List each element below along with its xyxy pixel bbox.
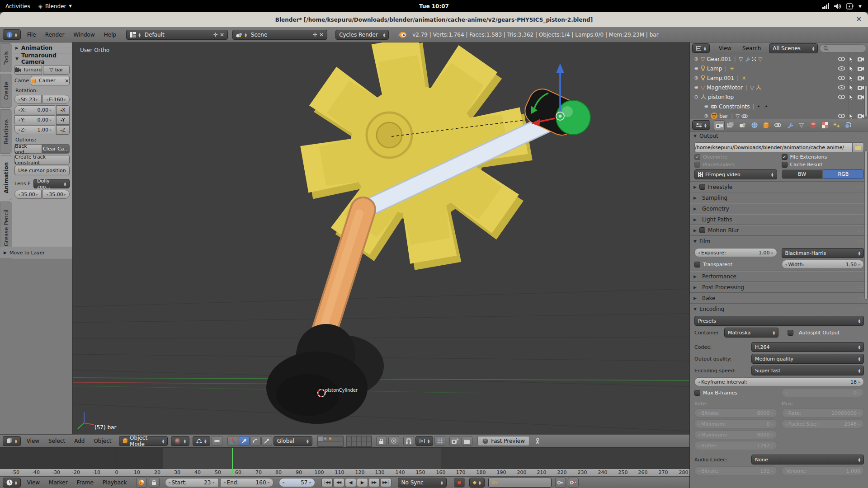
menu-item[interactable]: Playback — [98, 479, 132, 486]
panel-drag-dots[interactable]: :::: — [61, 250, 69, 255]
keyframe-interval-field[interactable]: ◂Keyframe interval:18▸ — [694, 377, 864, 386]
selectability-cursor-icon[interactable] — [849, 56, 854, 62]
color-rgb-toggle[interactable]: RGB — [823, 169, 864, 179]
bar-object-button[interactable]: ▽ bar — [43, 65, 70, 75]
snap-element-selector[interactable]: ▲▼ — [415, 436, 434, 446]
playhead[interactable] — [232, 448, 233, 469]
axis-z-field[interactable]: ◂Z:1.00▸ — [14, 125, 55, 134]
tool-shelf-tab[interactable]: Grease Pencil — [0, 202, 12, 254]
menu-item[interactable]: Frame — [72, 479, 98, 486]
jump-to-end-button[interactable]: ▶▶⏐ — [380, 478, 392, 487]
tab-world[interactable] — [749, 120, 760, 130]
outliner-row-lamp[interactable]: ⊕ Lamp| ☀ — [690, 64, 868, 73]
properties-scrollbar[interactable] — [864, 150, 868, 300]
panel-turnaround-header[interactable]: ▼ Turnaround Camera — [12, 53, 72, 64]
render-engine-selector[interactable]: Cycles Render ▲▼ — [335, 30, 389, 40]
current-frame-field[interactable]: ◂57▸ — [279, 478, 315, 487]
max-b-frames-checkbox[interactable] — [694, 390, 700, 396]
menu-item[interactable]: File — [23, 32, 41, 38]
manipulator-scale-toggle[interactable] — [261, 436, 272, 446]
tab-particles[interactable] — [831, 120, 842, 130]
play-button[interactable]: ▶ — [357, 478, 368, 487]
transparent-checkbox[interactable] — [694, 262, 700, 267]
lock-frame-toggle[interactable] — [149, 478, 160, 488]
axis-x-field[interactable]: ◂X:0.00▸ — [14, 105, 55, 114]
renderability-camera-icon[interactable] — [858, 85, 864, 90]
editor-type-button[interactable]: ▲▼ — [3, 436, 21, 446]
visibility-eye-icon[interactable] — [838, 57, 845, 61]
scene-selector[interactable]: ▲▼ Scene ✛ ✕ — [232, 30, 327, 40]
selectability-cursor-icon[interactable] — [849, 85, 854, 90]
green-ball-object[interactable] — [556, 100, 590, 135]
lens-value-2-field[interactable]: ◂35.00▸ — [42, 190, 70, 199]
exposure-field[interactable]: ◂Exposure:1.00▸ — [694, 248, 777, 257]
manipulator-translate-toggle[interactable] — [239, 436, 250, 446]
menu-item[interactable]: View — [23, 479, 44, 486]
pixel-filter-selector[interactable]: Blackman-Harris▲▼ — [782, 248, 864, 258]
add-scene-icon[interactable]: ✛ — [313, 32, 317, 38]
visibility-eye-icon[interactable] — [838, 85, 845, 89]
opengl-render-anim-button[interactable] — [462, 436, 472, 446]
tab-render-layers[interactable] — [726, 120, 736, 130]
audio-bitrate-field[interactable]: ◂Bitrate:192▸ — [694, 466, 777, 475]
file-extensions-checkbox[interactable]: ✓ — [782, 154, 788, 160]
editor-type-button[interactable]: i ▲▼ — [3, 29, 21, 40]
snap-toggle[interactable] — [403, 436, 414, 446]
mux-rate-field[interactable]: ◂Rate:10080000▸ — [782, 408, 864, 418]
mode-selector[interactable]: Object Mode ▲▼ — [119, 436, 168, 446]
tool-shelf-tab[interactable]: Relations — [0, 109, 12, 154]
placeholders-checkbox[interactable] — [694, 162, 700, 168]
panel-output-header[interactable]: ▼Output:::: — [690, 131, 868, 141]
viewport-3d[interactable]: User Ortho pistonCylinder (57) bar — [72, 42, 689, 434]
insert-keyframe-button[interactable] — [555, 478, 566, 488]
file-format-selector[interactable]: FFmpeg video ▲▼ — [694, 169, 777, 179]
renderability-camera-icon[interactable] — [858, 56, 864, 61]
move-to-layer-panel[interactable]: ▶ Move to Layer :::: — [0, 247, 72, 258]
start-frame-field[interactable]: ◂St: 23▸ — [14, 95, 42, 104]
delete-keyframe-button[interactable] — [568, 478, 579, 488]
color-bw-toggle[interactable]: BW — [782, 169, 823, 179]
menu-item[interactable]: View — [22, 438, 44, 444]
lens-value-1-field[interactable]: ◂35.00▸ — [14, 190, 42, 199]
fast-preview-button[interactable]: Fast Preview — [477, 436, 530, 446]
jump-to-start-button[interactable]: ⏐◀◀ — [321, 478, 333, 487]
tab-modifiers[interactable] — [784, 120, 795, 130]
clear-camera-button[interactable]: Clear Ca... — [42, 144, 70, 154]
container-selector[interactable]: Matroska▲▼ — [724, 328, 778, 338]
end-frame-field[interactable]: ◂End: 160▸ — [220, 478, 274, 487]
collapsed-panel-header[interactable]: ▶Bake:::: — [690, 292, 868, 303]
outliner-row-lamp001[interactable]: ⊕ Lamp.001| ☀ — [690, 73, 868, 83]
screen-layout-selector[interactable]: ▲▼ Default ✛ ✕ — [126, 30, 228, 40]
outliner-search-menu[interactable]: Search — [738, 45, 765, 52]
menu-item[interactable]: Help — [99, 32, 121, 38]
filter-width-field[interactable]: ◂Width:1.50▸ — [782, 260, 864, 269]
delete-layout-icon[interactable]: ✕ — [220, 32, 224, 38]
selectability-cursor-icon[interactable] — [849, 66, 854, 71]
menu-item[interactable]: Select — [44, 438, 70, 444]
expand-icon[interactable]: ⊕ — [693, 56, 699, 62]
volume-field[interactable]: Volume:1.000 — [782, 466, 864, 475]
outliner-row-constraints[interactable]: ⊕ Constraints| • • — [690, 102, 868, 111]
tool-shelf-tab[interactable]: Tools — [0, 43, 12, 72]
viewport-shading-selector[interactable]: ▲▼ — [171, 436, 189, 446]
editor-type-button[interactable]: ▲▼ — [692, 43, 710, 53]
collapsed-panel-header[interactable]: ▶Post Processing:::: — [690, 282, 868, 292]
stereo-view-toggle[interactable] — [532, 436, 543, 446]
encoding-speed-selector[interactable]: Super fast▲▼ — [751, 366, 864, 375]
preview-range-toggle[interactable] — [136, 478, 147, 488]
collapsed-panel-header[interactable]: ▶Sampling:::: — [690, 192, 868, 203]
panel-encoding-header[interactable]: ▼Encoding:::: — [690, 303, 868, 314]
visibility-eye-icon[interactable] — [838, 76, 845, 80]
tab-physics[interactable] — [843, 120, 854, 130]
play-reverse-button[interactable]: ◀ — [345, 478, 356, 487]
camera-id-field[interactable]: Camer × — [31, 76, 70, 85]
expand-icon[interactable]: ⊕ — [703, 103, 709, 109]
manipulator-axis-toggle[interactable] — [227, 436, 238, 446]
timeline-ruler[interactable]: -50-40-30-20-100102030405060708090100110… — [0, 469, 689, 476]
maximum-field[interactable]: ◂Maximum:9000▸ — [694, 430, 777, 439]
editor-type-button[interactable]: ▲▼ — [3, 478, 21, 488]
system-tray[interactable]: ▼ — [822, 3, 868, 9]
collapsed-panel-header[interactable]: ▶Motion Blur:::: — [690, 225, 868, 235]
outliner-row-pistontop[interactable]: ⊖ pistonTop — [690, 92, 868, 102]
manipulator-rotate-toggle[interactable] — [250, 436, 261, 446]
